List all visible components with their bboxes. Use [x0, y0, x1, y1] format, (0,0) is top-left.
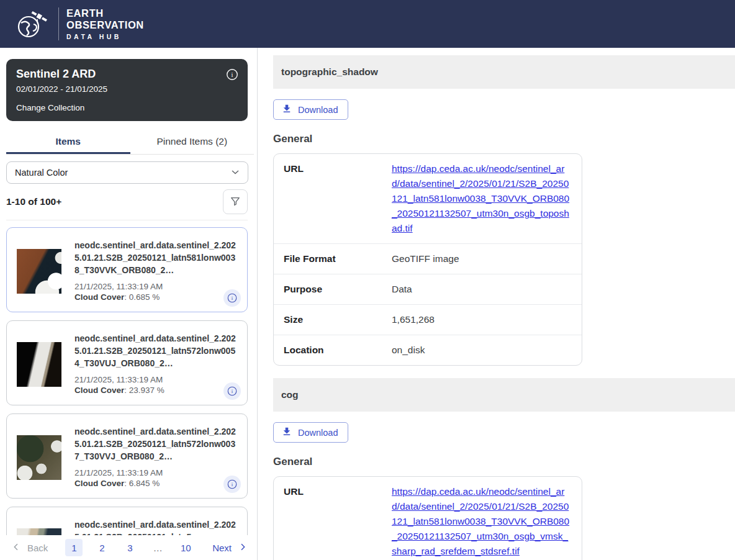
pagination-next-label: Next: [212, 543, 232, 553]
asset-section-header: cog: [273, 378, 735, 412]
svg-text:i: i: [232, 388, 233, 394]
pagination-page-1[interactable]: 1: [65, 539, 83, 556]
item-thumbnail: [17, 435, 61, 480]
list-item[interactable]: neodc.sentinel_ard.data.sentinel_2.2025.…: [6, 413, 248, 499]
item-title: neodc.sentinel_ard.data.sentinel_2.2025.…: [74, 425, 238, 463]
asset-detail-table: URL https://dap.ceda.ac.uk/neodc/sentine…: [273, 153, 582, 366]
item-timestamp: 21/1/2025, 11:33:19 AM: [74, 282, 238, 292]
row-value: https://dap.ceda.ac.uk/neodc/sentinel_ar…: [392, 484, 572, 559]
row-value: GeoTIFF image: [392, 251, 572, 266]
download-icon: [281, 426, 292, 439]
svg-text:i: i: [232, 481, 233, 487]
cloud-cover-label: Cloud Cover: [74, 386, 124, 395]
change-collection-link[interactable]: Change Collection: [16, 103, 238, 112]
row-value: Data: [392, 282, 572, 297]
asset-detail-panel: topographic_shadow Download General URL …: [258, 48, 735, 560]
download-button[interactable]: Download: [273, 99, 348, 120]
item-info-icon[interactable]: i: [223, 476, 241, 493]
pagination-page-3[interactable]: 3: [121, 539, 138, 556]
asset-url-link[interactable]: https://dap.ceda.ac.uk/neodc/sentinel_ar…: [392, 486, 569, 556]
cloud-cover-label: Cloud Cover: [74, 479, 124, 488]
row-label: Purpose: [284, 282, 392, 297]
row-value: 1,651,268: [392, 312, 572, 327]
row-label: File Format: [284, 251, 392, 266]
app-logo: EARTH OBSERVATION DATA HUB: [15, 7, 144, 40]
general-heading: General: [273, 456, 735, 468]
item-info-icon[interactable]: i: [223, 289, 241, 307]
top-navigation-bar: EARTH OBSERVATION DATA HUB: [0, 0, 735, 48]
row-value: https://dap.ceda.ac.uk/neodc/sentinel_ar…: [392, 161, 572, 236]
cloud-cover-value: : 6.845 %: [124, 479, 160, 488]
pagination-ellipsis: …: [149, 539, 166, 556]
table-row: URL https://dap.ceda.ac.uk/neodc/sentine…: [274, 477, 582, 560]
item-list: neodc.sentinel_ard.data.sentinel_2.2025.…: [6, 220, 248, 560]
collection-title: Sentinel 2 ARD: [16, 66, 238, 81]
row-label: Location: [284, 343, 392, 358]
download-icon: [281, 103, 292, 116]
pagination-pages: 1 2 3 … 10: [65, 539, 194, 556]
item-text: neodc.sentinel_ard.data.sentinel_2.2025.…: [74, 425, 238, 489]
row-label: Size: [284, 312, 392, 327]
item-thumbnail: [17, 342, 61, 387]
result-count-row: 1-10 of 100+: [6, 189, 248, 214]
table-row: Size 1,651,268: [274, 305, 582, 335]
tab-pinned-items[interactable]: Pinned Items (2): [130, 130, 255, 154]
item-info-icon[interactable]: i: [223, 382, 241, 400]
pagination-back-label: Back: [27, 543, 48, 553]
table-row: URL https://dap.ceda.ac.uk/neodc/sentine…: [274, 154, 582, 244]
logo-line-2: OBSERVATION: [66, 19, 144, 31]
sidebar-tabs: Items Pinned Items (2): [6, 130, 254, 155]
chevron-down-icon: [229, 166, 241, 180]
list-item[interactable]: neodc.sentinel_ard.data.sentinel_2.2025.…: [6, 227, 248, 312]
item-timestamp: 21/1/2025, 11:33:19 AM: [74, 375, 238, 385]
general-heading: General: [273, 133, 735, 145]
result-count: 1-10 of 100+: [6, 196, 61, 207]
list-item[interactable]: neodc.sentinel_ard.data.sentinel_2.2025.…: [6, 320, 248, 405]
cloud-cover-value: : 0.685 %: [124, 292, 160, 302]
item-cloud-cover: Cloud Cover: 23.937 %: [74, 386, 238, 395]
cloud-cover-value: : 23.937 %: [124, 386, 165, 395]
row-value: on_disk: [392, 343, 572, 358]
item-text: neodc.sentinel_ard.data.sentinel_2.2025.…: [74, 332, 238, 396]
chevron-right-icon: [238, 542, 248, 554]
row-label: URL: [284, 161, 392, 236]
item-title: neodc.sentinel_ard.data.sentinel_2.2025.…: [74, 332, 238, 369]
item-cloud-cover: Cloud Cover: 0.685 %: [74, 292, 238, 302]
row-label: URL: [284, 484, 392, 559]
table-row: Purpose Data: [274, 274, 582, 305]
tab-items[interactable]: Items: [6, 130, 130, 154]
pagination-back-button[interactable]: Back: [11, 542, 48, 554]
filter-button[interactable]: [223, 189, 248, 214]
chevron-left-icon: [11, 542, 21, 554]
table-row: Location on_disk: [274, 335, 582, 365]
band-combination-select[interactable]: Natural Color: [6, 161, 248, 184]
logo-line-3: DATA HUB: [66, 33, 144, 40]
collection-date-range: 02/01/2022 - 21/01/2025: [16, 84, 238, 94]
table-row: File Format GeoTIFF image: [274, 244, 582, 274]
download-label: Download: [298, 428, 338, 438]
pagination-next-button[interactable]: Next: [212, 542, 248, 554]
item-timestamp: 21/1/2025, 11:33:19 AM: [74, 468, 238, 478]
collection-summary-card: Sentinel 2 ARD 02/01/2022 - 21/01/2025 C…: [6, 59, 248, 121]
filter-funnel-icon: [229, 195, 241, 209]
earth-observation-globe-icon: [15, 8, 51, 40]
pagination-page-10[interactable]: 10: [177, 539, 194, 556]
asset-detail-table: URL https://dap.ceda.ac.uk/neodc/sentine…: [273, 476, 582, 560]
asset-title: cog: [281, 389, 299, 400]
pagination-bar: Back 1 2 3 … 10 Next: [0, 535, 256, 560]
download-label: Download: [298, 105, 338, 115]
pagination-page-2[interactable]: 2: [93, 539, 110, 556]
item-cloud-cover: Cloud Cover: 6.845 %: [74, 479, 238, 489]
item-text: neodc.sentinel_ard.data.sentinel_2.2025.…: [74, 239, 238, 303]
download-button[interactable]: Download: [273, 422, 348, 443]
asset-section-header: topographic_shadow: [273, 55, 735, 89]
cloud-cover-label: Cloud Cover: [74, 292, 124, 302]
item-title: neodc.sentinel_ard.data.sentinel_2.2025.…: [74, 239, 238, 276]
items-sidebar: Sentinel 2 ARD 02/01/2022 - 21/01/2025 C…: [0, 48, 258, 560]
asset-title: topographic_shadow: [281, 66, 378, 78]
band-select-value: Natural Color: [15, 168, 68, 178]
collection-info-icon[interactable]: i: [225, 68, 239, 81]
asset-url-link[interactable]: https://dap.ceda.ac.uk/neodc/sentinel_ar…: [392, 163, 569, 233]
logo-line-1: EARTH: [66, 7, 144, 19]
item-thumbnail: [17, 249, 61, 294]
